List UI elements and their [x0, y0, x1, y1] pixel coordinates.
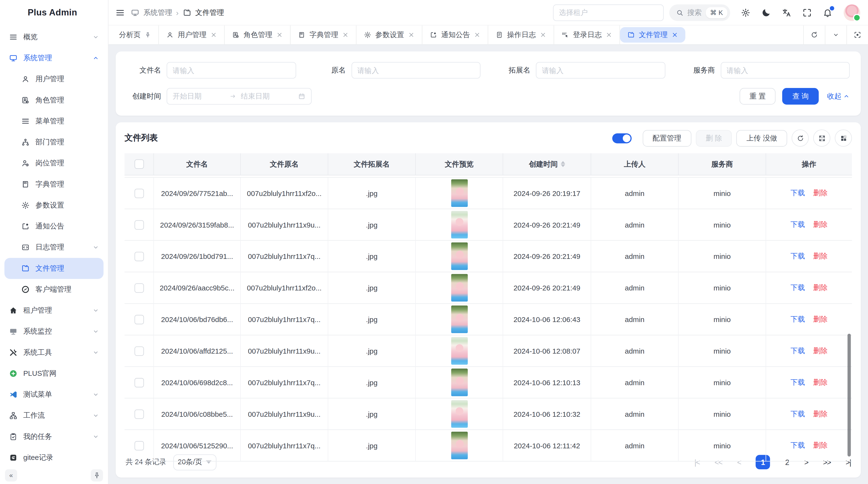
filter-input-extension[interactable]: [536, 62, 665, 78]
file-preview-image[interactable]: [451, 432, 467, 459]
sidebar-item-log-management[interactable]: 日志管理: [4, 237, 103, 258]
tabs-menu-button[interactable]: [825, 26, 846, 44]
sidebar-item-test-menu[interactable]: 测试菜单: [4, 384, 103, 405]
col-created-time[interactable]: 创建时间: [503, 153, 591, 175]
sidebar-item-system-tools[interactable]: 系统工具: [4, 342, 103, 363]
sidebar-item-overview[interactable]: 概览: [4, 27, 103, 47]
col-extension[interactable]: 文件拓展名: [328, 153, 416, 175]
table-scrollbar[interactable]: [847, 333, 851, 456]
pin-icon[interactable]: [145, 32, 151, 38]
delete-link[interactable]: 删除: [813, 441, 828, 451]
close-icon[interactable]: [210, 32, 217, 38]
tab-login-log[interactable]: 登录日志: [554, 26, 620, 44]
notifications-button[interactable]: [823, 7, 833, 18]
file-preview-image[interactable]: [451, 274, 467, 301]
download-link[interactable]: 下载: [790, 314, 805, 324]
fullscreen-button[interactable]: [802, 7, 812, 18]
sidebar-item-my-tasks[interactable]: 我的任务: [4, 426, 103, 447]
delete-link[interactable]: 删除: [813, 346, 828, 356]
download-link[interactable]: 下载: [790, 220, 805, 229]
delete-link[interactable]: 删除: [813, 409, 828, 419]
global-search[interactable]: 搜索 ⌘ K: [669, 4, 730, 21]
download-link[interactable]: 下载: [790, 378, 805, 387]
select-all-checkbox[interactable]: [134, 159, 144, 169]
tab-operation-log[interactable]: 操作日志: [488, 26, 554, 44]
row-checkbox[interactable]: [134, 189, 144, 198]
upload-button[interactable]: 上传 没做: [736, 130, 787, 146]
delete-link[interactable]: 删除: [813, 220, 828, 229]
file-preview-image[interactable]: [451, 400, 467, 428]
close-icon[interactable]: [474, 32, 480, 38]
expand-table-button[interactable]: [813, 129, 830, 147]
sidebar-item-gitee-log[interactable]: gitee记录: [4, 447, 103, 468]
refresh-table-button[interactable]: [792, 129, 809, 147]
sidebar-item-post-management[interactable]: 岗位管理: [4, 153, 103, 174]
file-preview-image[interactable]: [451, 211, 467, 238]
col-provider[interactable]: 服务商: [679, 153, 766, 175]
row-checkbox[interactable]: [134, 378, 144, 387]
file-preview-image[interactable]: [451, 243, 467, 270]
download-link[interactable]: 下载: [790, 188, 805, 198]
row-checkbox[interactable]: [134, 220, 144, 229]
delete-link[interactable]: 删除: [813, 283, 828, 293]
sidebar-item-menu-management[interactable]: 菜单管理: [4, 110, 103, 132]
col-original-name[interactable]: 文件原名: [241, 153, 329, 175]
sidebar-item-notice[interactable]: 通知公告: [4, 216, 103, 237]
close-icon[interactable]: [276, 32, 283, 38]
tab-param-settings[interactable]: 参数设置: [356, 26, 423, 44]
row-checkbox[interactable]: [134, 251, 144, 261]
refresh-tab-button[interactable]: [803, 26, 825, 44]
tab-user-management[interactable]: 用户管理: [159, 26, 225, 44]
delete-link[interactable]: 删除: [813, 314, 828, 324]
download-link[interactable]: 下载: [790, 346, 805, 356]
delete-link[interactable]: 删除: [813, 251, 828, 261]
sidebar-item-param-settings[interactable]: 参数设置: [4, 195, 103, 216]
sidebar-collapse-button[interactable]: «: [5, 469, 18, 482]
file-preview-image[interactable]: [451, 305, 467, 333]
filter-input-original-name[interactable]: [351, 62, 480, 78]
col-uploader[interactable]: 上传人: [591, 153, 679, 175]
delete-link[interactable]: 删除: [813, 188, 828, 198]
close-icon[interactable]: [540, 32, 547, 38]
sidebar-pin-button[interactable]: [91, 469, 103, 482]
tab-dict-management[interactable]: 字典管理: [290, 26, 356, 44]
date-range-picker[interactable]: 开始日期 结束日期: [166, 88, 312, 105]
sidebar-item-tenant-management[interactable]: 租户管理: [4, 300, 103, 321]
row-checkbox[interactable]: [134, 346, 144, 356]
row-checkbox[interactable]: [134, 315, 144, 324]
content-fullscreen-button[interactable]: [846, 26, 868, 44]
delete-link[interactable]: 删除: [813, 378, 828, 387]
breadcrumb-parent[interactable]: 系统管理: [144, 7, 172, 18]
download-link[interactable]: 下载: [790, 409, 805, 419]
sidebar-item-client-management[interactable]: 客户端管理: [4, 279, 103, 300]
file-preview-image[interactable]: [451, 368, 467, 396]
settings-button[interactable]: [741, 7, 751, 18]
sidebar-item-department-management[interactable]: 部门管理: [4, 132, 103, 153]
sidebar-item-user-management[interactable]: 用户管理: [4, 69, 103, 90]
file-preview-image[interactable]: [451, 179, 467, 207]
tab-role-management[interactable]: 角色管理: [225, 26, 290, 44]
col-file-name[interactable]: 文件名: [154, 153, 241, 175]
close-icon[interactable]: [342, 32, 349, 38]
dark-mode-button[interactable]: [761, 7, 771, 18]
sort-carets-icon[interactable]: [561, 161, 565, 167]
filter-input-provider[interactable]: [720, 62, 850, 78]
close-icon[interactable]: [606, 32, 613, 38]
row-checkbox[interactable]: [134, 409, 144, 419]
sidebar-item-file-management[interactable]: 文件管理: [4, 258, 103, 279]
search-toggle[interactable]: [612, 133, 631, 143]
sidebar-item-system-monitor[interactable]: 系统监控: [4, 321, 103, 342]
download-link[interactable]: 下载: [790, 251, 805, 261]
delete-button[interactable]: 删 除: [695, 130, 732, 146]
sidebar-item-plus-website[interactable]: PLUS官网: [4, 363, 103, 384]
config-management-button[interactable]: 配置管理: [643, 130, 691, 146]
tab-notice[interactable]: 通知公告: [423, 26, 488, 44]
collapse-menu-button[interactable]: [115, 7, 125, 18]
column-settings-button[interactable]: [835, 129, 852, 147]
search-button[interactable]: 查 询: [782, 88, 819, 105]
language-button[interactable]: [782, 7, 792, 18]
tab-analysis[interactable]: 分析页: [112, 26, 159, 44]
row-checkbox[interactable]: [134, 283, 144, 292]
file-preview-image[interactable]: [451, 337, 467, 365]
close-icon[interactable]: [408, 32, 415, 38]
